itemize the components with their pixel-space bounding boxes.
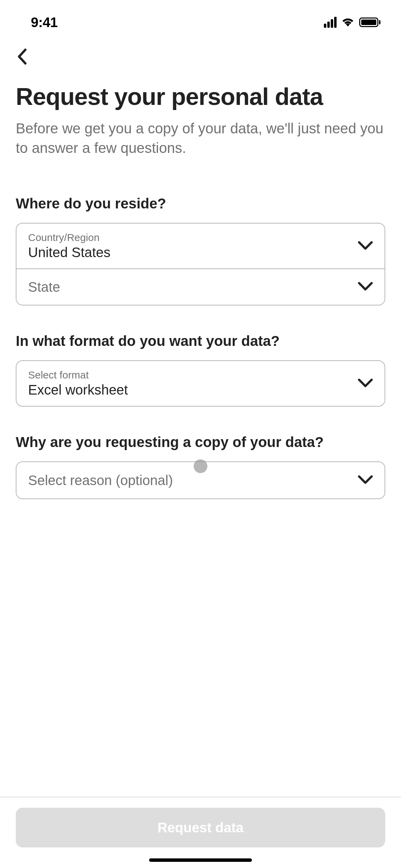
page-subtitle: Before we get you a copy of your data, w… bbox=[16, 119, 385, 158]
reason-select-group: Select reason (optional) bbox=[16, 461, 385, 499]
state-select[interactable]: State bbox=[16, 268, 385, 305]
section-format: In what format do you want your data? Se… bbox=[16, 333, 385, 407]
battery-icon bbox=[359, 17, 380, 27]
format-small-label: Select format bbox=[28, 369, 128, 381]
wifi-icon bbox=[341, 16, 354, 28]
page-content: Request your personal data Before we get… bbox=[0, 77, 401, 499]
page-title: Request your personal data bbox=[16, 84, 385, 110]
section-reside: Where do you reside? Country/Region Unit… bbox=[16, 195, 385, 305]
nav-bar bbox=[0, 41, 401, 77]
reside-select-group: Country/Region United States State bbox=[16, 223, 385, 305]
country-value: United States bbox=[28, 245, 110, 260]
format-value: Excel worksheet bbox=[28, 382, 128, 398]
section-reason-label: Why are you requesting a copy of your da… bbox=[16, 434, 385, 450]
country-select[interactable]: Country/Region United States bbox=[16, 224, 385, 268]
request-data-button[interactable]: Request data bbox=[16, 808, 385, 847]
home-indicator bbox=[149, 858, 252, 862]
format-select[interactable]: Select format Excel worksheet bbox=[16, 361, 385, 406]
cellular-signal-icon bbox=[324, 17, 337, 28]
chevron-down-icon bbox=[358, 475, 373, 486]
state-placeholder: State bbox=[28, 279, 60, 295]
section-format-label: In what format do you want your data? bbox=[16, 333, 385, 349]
chevron-down-icon bbox=[358, 378, 373, 389]
bottom-bar: Request data bbox=[0, 797, 401, 868]
section-reason: Why are you requesting a copy of your da… bbox=[16, 434, 385, 499]
chevron-down-icon bbox=[358, 241, 373, 252]
reason-placeholder: Select reason (optional) bbox=[28, 473, 173, 488]
chevron-down-icon bbox=[358, 281, 373, 292]
back-button[interactable] bbox=[16, 48, 385, 67]
status-bar: 9:41 bbox=[0, 0, 401, 41]
country-label: Country/Region bbox=[28, 232, 110, 243]
format-select-group: Select format Excel worksheet bbox=[16, 360, 385, 407]
section-reside-label: Where do you reside? bbox=[16, 195, 385, 212]
status-icons bbox=[324, 16, 380, 28]
reason-select[interactable]: Select reason (optional) bbox=[16, 462, 385, 498]
status-time: 9:41 bbox=[31, 15, 58, 30]
